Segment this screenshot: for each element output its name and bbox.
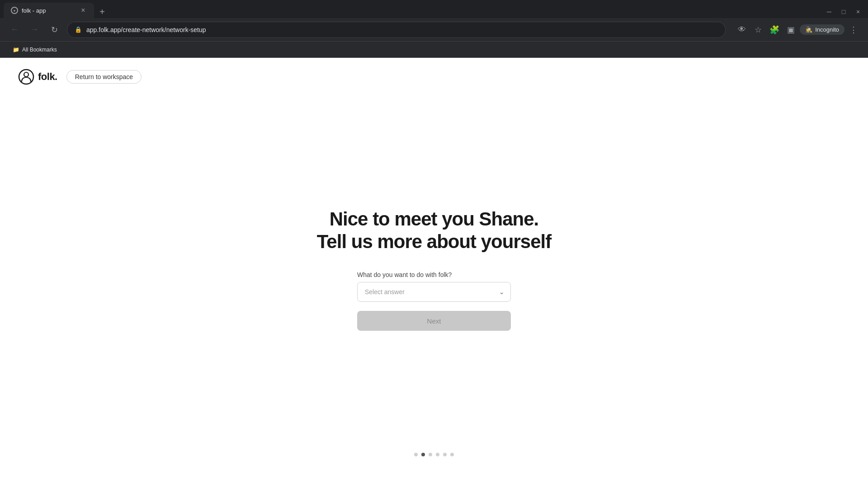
tab-bar: ● folk - app × + ─ □ × <box>0 0 868 18</box>
select-wrapper: Select answer ⌄ <box>357 282 511 302</box>
logo-text: folk. <box>38 71 57 83</box>
sidebar-icon[interactable]: ▣ <box>783 23 798 37</box>
new-tab-button[interactable]: + <box>96 5 108 18</box>
incognito-label: Incognito <box>815 26 839 33</box>
bookmarks-label: All Bookmarks <box>22 47 57 53</box>
minimize-button[interactable]: ─ <box>823 5 835 18</box>
incognito-badge[interactable]: 🕵 Incognito <box>800 24 844 35</box>
progress-dot-3 <box>429 453 432 456</box>
browser-tab[interactable]: ● folk - app × <box>4 3 94 18</box>
incognito-icon: 🕵 <box>805 26 812 33</box>
heading-line1: Nice to meet you Shane. Tell us more abo… <box>317 208 551 253</box>
address-bar[interactable]: 🔒 app.folk.app/create-network/network-se… <box>67 22 726 38</box>
progress-dot-4 <box>436 453 439 456</box>
progress-dots <box>414 453 454 456</box>
tab-title: folk - app <box>22 7 76 14</box>
privacy-icon[interactable]: 👁 <box>735 23 749 37</box>
extensions-icon[interactable]: 🧩 <box>767 23 782 37</box>
address-text: app.folk.app/create-network/network-setu… <box>86 26 718 33</box>
forward-button[interactable]: → <box>27 23 42 37</box>
progress-dot-1 <box>414 453 418 456</box>
browser-toolbar: ← → ↻ 🔒 app.folk.app/create-network/netw… <box>0 18 868 42</box>
progress-dot-6 <box>450 453 454 456</box>
browser-chrome: ● folk - app × + ─ □ × ← → ↻ 🔒 app.folk.… <box>0 0 868 58</box>
progress-dot-2 <box>421 453 425 456</box>
progress-dot-5 <box>443 453 447 456</box>
form-section: What do you want to do with folk? Select… <box>357 271 511 331</box>
svg-point-1 <box>24 72 28 77</box>
folk-logo-icon <box>18 69 34 85</box>
page-header: folk. Return to workspace <box>0 58 868 96</box>
close-button[interactable]: × <box>852 5 864 18</box>
menu-button[interactable]: ⋮ <box>846 23 861 37</box>
page-heading: Nice to meet you Shane. Tell us more abo… <box>317 208 551 253</box>
page-content: folk. Return to workspace Nice to meet y… <box>0 58 868 470</box>
answer-select[interactable]: Select answer <box>357 282 511 302</box>
back-button[interactable]: ← <box>7 23 22 37</box>
question-group: What do you want to do with folk? Select… <box>357 271 511 302</box>
lock-icon: 🔒 <box>75 26 82 33</box>
reload-button[interactable]: ↻ <box>47 23 61 37</box>
toolbar-icons: 👁 ☆ 🧩 ▣ 🕵 Incognito ⋮ <box>735 23 861 37</box>
question-label: What do you want to do with folk? <box>357 271 511 278</box>
bookmarks-folder-icon: 📁 <box>13 47 19 53</box>
maximize-button[interactable]: □ <box>837 5 850 18</box>
main-content: Nice to meet you Shane. Tell us more abo… <box>0 96 868 470</box>
next-button[interactable]: Next <box>357 311 511 331</box>
tab-close-button[interactable]: × <box>80 7 87 14</box>
bookmark-icon[interactable]: ☆ <box>751 23 765 37</box>
bookmarks-bar: 📁 All Bookmarks <box>0 42 868 58</box>
tab-favicon: ● <box>11 7 18 14</box>
window-controls: ─ □ × <box>823 5 864 18</box>
logo: folk. <box>18 69 57 85</box>
return-to-workspace-button[interactable]: Return to workspace <box>66 70 142 84</box>
all-bookmarks-item[interactable]: 📁 All Bookmarks <box>7 45 62 55</box>
